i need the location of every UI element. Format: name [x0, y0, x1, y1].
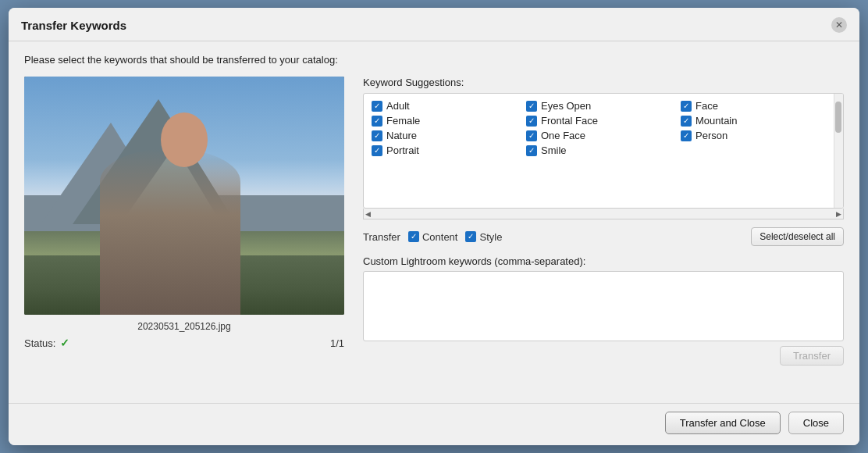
- face-circle: [161, 112, 208, 167]
- select-deselect-button[interactable]: Select/deselect all: [751, 227, 844, 246]
- keyword-suggestions-label: Keyword Suggestions:: [363, 77, 844, 88]
- dialog-footer: Transfer and Close Close: [9, 403, 859, 445]
- keyword-item-empty: [681, 144, 835, 156]
- keyword-item[interactable]: Female: [372, 115, 526, 127]
- keyword-label-smile: Smile: [541, 144, 567, 156]
- scrollbar-thumb[interactable]: [835, 102, 841, 133]
- status-label: Status: ✓: [24, 337, 69, 349]
- vertical-scrollbar[interactable]: [834, 94, 843, 208]
- keyword-checkbox-person[interactable]: [681, 130, 692, 141]
- transfer-and-close-button[interactable]: Transfer and Close: [665, 412, 781, 434]
- keyword-label-female: Female: [386, 115, 420, 127]
- keyword-list: Adult Eyes Open Face Female: [364, 94, 843, 162]
- keyword-label-portrait: Portrait: [386, 144, 419, 156]
- main-content: 20230531_205126.jpg Status: ✓ 1/1 Keywor…: [24, 77, 844, 394]
- keyword-checkbox-one-face[interactable]: [526, 130, 537, 141]
- transfer-options-row: Transfer Content Style Select/deselect a…: [363, 227, 844, 246]
- horizontal-scrollbar[interactable]: ◀ ▶: [363, 209, 844, 219]
- status-text: Status:: [24, 337, 55, 349]
- keyword-item[interactable]: Adult: [372, 100, 526, 112]
- custom-keywords-input[interactable]: [363, 271, 844, 341]
- keyword-item[interactable]: Mountain: [681, 115, 835, 127]
- close-button[interactable]: Close: [788, 412, 844, 434]
- close-icon: ✕: [835, 20, 843, 30]
- content-label: Content: [422, 231, 458, 243]
- keyword-label-frontal-face: Frontal Face: [541, 115, 598, 127]
- keyword-checkbox-female[interactable]: [372, 116, 382, 127]
- photo-background: [24, 77, 344, 315]
- dialog-title: Transfer Keywords: [21, 19, 126, 32]
- photo-preview: [24, 77, 344, 315]
- content-checkbox-row[interactable]: Content: [408, 231, 458, 243]
- keyword-item[interactable]: Eyes Open: [526, 100, 681, 112]
- photo-filename: 20230531_205126.jpg: [137, 321, 230, 332]
- person-silhouette: [100, 148, 240, 316]
- left-panel: 20230531_205126.jpg Status: ✓ 1/1: [24, 77, 344, 394]
- transfer-keywords-dialog: Transfer Keywords ✕ Please select the ke…: [9, 8, 859, 445]
- keyword-item[interactable]: Smile: [526, 144, 681, 156]
- transfer-options: Transfer Content Style: [363, 231, 502, 243]
- keyword-item[interactable]: Frontal Face: [526, 115, 681, 127]
- keyword-checkbox-frontal-face[interactable]: [526, 116, 537, 127]
- keyword-checkbox-adult[interactable]: [372, 101, 382, 112]
- transfer-label: Transfer: [363, 231, 400, 243]
- keyword-item[interactable]: Face: [681, 100, 835, 112]
- instruction-text: Please select the keywords that should b…: [24, 54, 844, 66]
- right-panel: Keyword Suggestions: Adult Eyes Open: [363, 77, 844, 394]
- keyword-checkbox-portrait[interactable]: [372, 145, 382, 156]
- title-bar: Transfer Keywords ✕: [9, 8, 859, 41]
- style-label: Style: [479, 231, 502, 243]
- keyword-label-person: Person: [695, 130, 727, 141]
- content-checkbox[interactable]: [408, 231, 419, 242]
- keyword-list-container[interactable]: Adult Eyes Open Face Female: [363, 93, 844, 209]
- keyword-label-nature: Nature: [386, 130, 417, 141]
- scroll-right-arrow[interactable]: ▶: [836, 210, 841, 218]
- style-checkbox[interactable]: [465, 231, 476, 242]
- keyword-label-face: Face: [695, 100, 718, 112]
- close-icon-button[interactable]: ✕: [831, 17, 847, 33]
- custom-keywords-label: Custom Lightroom keywords (comma-separat…: [363, 255, 844, 267]
- transfer-button-row: Transfer: [363, 346, 844, 366]
- keyword-item[interactable]: One Face: [526, 130, 681, 141]
- keyword-checkbox-mountain[interactable]: [681, 116, 692, 127]
- keyword-label-eyes-open: Eyes Open: [541, 100, 591, 112]
- keyword-item[interactable]: Portrait: [372, 144, 526, 156]
- scroll-left-arrow[interactable]: ◀: [365, 210, 371, 218]
- keyword-item[interactable]: Nature: [372, 130, 526, 141]
- dialog-body: Please select the keywords that should b…: [9, 41, 859, 403]
- keyword-item[interactable]: Person: [681, 130, 835, 141]
- transfer-button: Transfer: [780, 346, 844, 366]
- status-row: Status: ✓ 1/1: [24, 332, 344, 349]
- style-checkbox-row[interactable]: Style: [465, 231, 502, 243]
- keyword-checkbox-nature[interactable]: [372, 130, 382, 141]
- page-indicator: 1/1: [330, 337, 344, 349]
- keyword-label-adult: Adult: [386, 100, 410, 112]
- keyword-checkbox-eyes-open[interactable]: [526, 101, 537, 112]
- keyword-label-mountain: Mountain: [695, 115, 737, 127]
- keyword-label-one-face: One Face: [541, 130, 585, 141]
- status-checkmark: ✓: [60, 337, 69, 349]
- keyword-checkbox-smile[interactable]: [526, 145, 537, 156]
- keyword-checkbox-face[interactable]: [681, 101, 692, 112]
